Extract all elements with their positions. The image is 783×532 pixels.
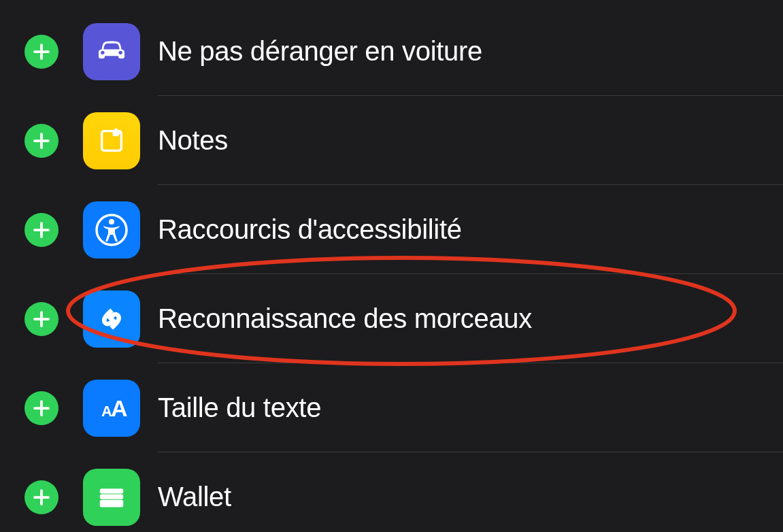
wallet-icon — [83, 469, 140, 526]
list-item-label: Wallet — [158, 482, 231, 512]
list-item[interactable]: Wallet — [0, 452, 783, 532]
text-size-icon: AA — [83, 380, 140, 437]
list-item[interactable]: Notes — [0, 96, 783, 185]
add-button[interactable] — [24, 213, 59, 247]
list-item-label: Reconnaissance des morceaux — [158, 303, 532, 334]
plus-icon — [31, 487, 52, 508]
shazam-icon — [83, 290, 140, 348]
list-item-label: Taille du texte — [158, 393, 321, 423]
svg-rect-5 — [100, 488, 123, 493]
svg-rect-6 — [100, 494, 123, 499]
accessibility-icon — [83, 201, 140, 259]
list-item[interactable]: AA Taille du texte — [0, 363, 783, 452]
add-button[interactable] — [24, 302, 59, 336]
add-button[interactable] — [24, 480, 59, 514]
list-item[interactable]: Reconnaissance des morceaux — [0, 274, 783, 363]
add-button[interactable] — [24, 391, 59, 425]
svg-rect-7 — [100, 499, 123, 507]
add-button[interactable] — [24, 35, 59, 69]
list-item[interactable]: Ne pas déranger en voiture — [0, 7, 783, 96]
add-button[interactable] — [24, 124, 59, 158]
list-item-label: Ne pas déranger en voiture — [158, 36, 482, 67]
list-item[interactable]: Raccourcis d'accessibilité — [0, 185, 783, 274]
list-item-label: Notes — [158, 125, 228, 156]
svg-point-2 — [109, 219, 114, 225]
svg-text:A: A — [111, 395, 128, 421]
settings-list: Ne pas déranger en voiture Notes Raccour… — [0, 0, 783, 532]
notes-icon — [83, 112, 140, 169]
list-item-label: Raccourcis d'accessibilité — [158, 214, 462, 245]
plus-icon — [31, 220, 52, 240]
plus-icon — [31, 309, 52, 329]
plus-icon — [31, 41, 52, 62]
plus-icon — [31, 131, 52, 151]
plus-icon — [31, 398, 52, 418]
car-icon — [83, 23, 140, 80]
